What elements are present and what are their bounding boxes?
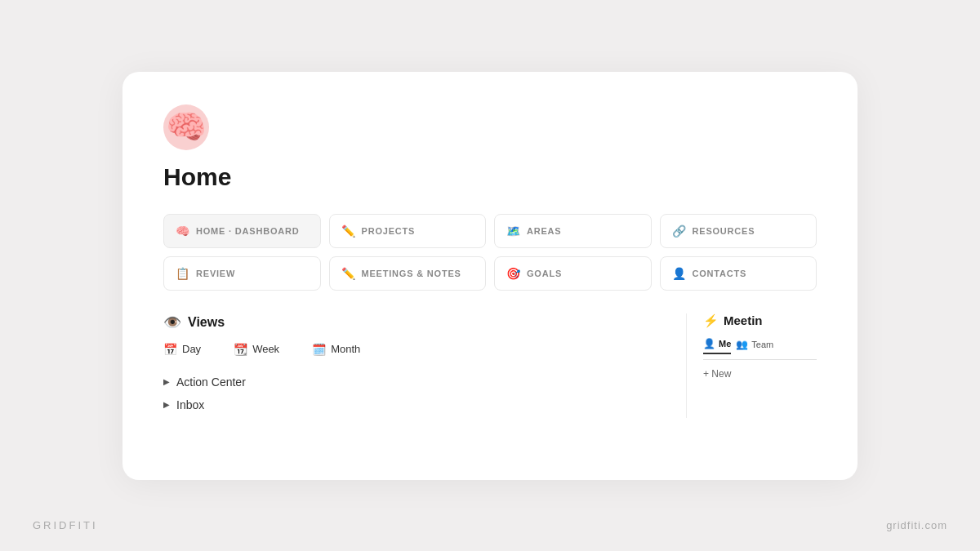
nav-item-meetings-notes[interactable]: ✏️ MEETINGS & NOTES	[329, 256, 487, 291]
nav-label-areas: AREAS	[527, 226, 562, 236]
nav-label-contacts: CONTACTS	[693, 269, 747, 278]
projects-icon: ✏️	[341, 224, 355, 238]
watermark-right: gridfiti.com	[886, 519, 947, 531]
meeting-icon: ⚡	[703, 313, 719, 328]
brain-icon: 🧠	[163, 104, 209, 150]
view-month[interactable]: 🗓️ Month	[312, 343, 360, 356]
day-label: Day	[182, 343, 201, 355]
view-week[interactable]: 📆 Week	[234, 343, 279, 356]
nav-item-contacts[interactable]: 👤 CONTACTS	[660, 256, 817, 291]
views-row: 📅 Day 📆 Week 🗓️ Month	[163, 343, 637, 356]
nav-label-meetings: MEETINGS & NOTES	[362, 269, 461, 278]
me-label: Me	[719, 339, 731, 349]
action-center-label: Action Center	[176, 375, 246, 389]
day-icon: 📅	[163, 343, 177, 356]
views-icon: 👁️	[163, 313, 181, 331]
nav-item-goals[interactable]: 🎯 GOALS	[494, 256, 652, 291]
meeting-tabs: 👤 Me 👥 Team	[703, 338, 817, 360]
contacts-icon: 👤	[672, 267, 686, 280]
nav-item-resources[interactable]: 🔗 RESOURCES	[660, 214, 817, 248]
new-meeting-button[interactable]: + New	[703, 368, 817, 380]
me-icon: 👤	[703, 338, 715, 349]
meeting-label: Meetin	[724, 313, 763, 327]
month-label: Month	[331, 343, 360, 355]
nav-item-projects[interactable]: ✏️ PROJECTS	[329, 214, 487, 248]
nav-item-review[interactable]: 📋 REVIEW	[163, 256, 321, 291]
nav-item-areas[interactable]: 🗺️ AREAS	[494, 214, 652, 248]
review-icon: 📋	[176, 267, 189, 280]
meeting-section: ⚡ Meetin 👤 Me 👥 Team + New	[686, 313, 817, 418]
week-icon: 📆	[234, 343, 247, 356]
nav-label-goals: GOALS	[527, 269, 562, 278]
nav-grid-row2: 📋 REVIEW ✏️ MEETINGS & NOTES 🎯 GOALS 👤 C…	[163, 256, 817, 291]
views-section-title: 👁️ Views	[163, 313, 637, 331]
watermark-left: GRIDFITI	[33, 519, 98, 531]
week-label: Week	[252, 343, 279, 355]
home-icon: 🧠	[176, 224, 189, 238]
team-icon: 👥	[736, 339, 748, 350]
views-section: 👁️ Views 📅 Day 📆 Week 🗓️ Month	[163, 313, 637, 418]
inbox-arrow: ▶	[163, 400, 170, 409]
areas-icon: 🗺️	[506, 224, 520, 238]
bottom-section: 👁️ Views 📅 Day 📆 Week 🗓️ Month	[163, 313, 817, 418]
nav-label-review: REVIEW	[196, 269, 235, 278]
tab-team[interactable]: 👥 Team	[736, 338, 773, 354]
meetings-icon: ✏️	[341, 267, 355, 280]
views-label: Views	[188, 315, 225, 330]
action-center-arrow: ▶	[163, 377, 170, 386]
nav-label-resources: RESOURCES	[693, 226, 755, 236]
nav-item-home-dashboard[interactable]: 🧠 HOME · DASHBOARD	[163, 214, 321, 248]
action-center-item[interactable]: ▶ Action Center	[163, 372, 637, 392]
inbox-label: Inbox	[176, 398, 204, 411]
team-label: Team	[751, 340, 773, 349]
page-title: Home	[163, 163, 817, 191]
view-day[interactable]: 📅 Day	[163, 343, 201, 356]
nav-label-projects: PROJECTS	[362, 226, 416, 236]
nav-label-home: HOME · DASHBOARD	[196, 226, 299, 236]
goals-icon: 🎯	[506, 267, 520, 280]
month-icon: 🗓️	[312, 343, 326, 356]
nav-grid-row1: 🧠 HOME · DASHBOARD ✏️ PROJECTS 🗺️ AREAS …	[163, 214, 817, 248]
inbox-item[interactable]: ▶ Inbox	[163, 395, 637, 415]
main-card: 🧠 Home 🧠 HOME · DASHBOARD ✏️ PROJECTS 🗺️…	[122, 72, 858, 480]
tab-me[interactable]: 👤 Me	[703, 338, 731, 354]
meeting-section-title: ⚡ Meetin	[703, 313, 817, 328]
resources-icon: 🔗	[672, 224, 686, 238]
